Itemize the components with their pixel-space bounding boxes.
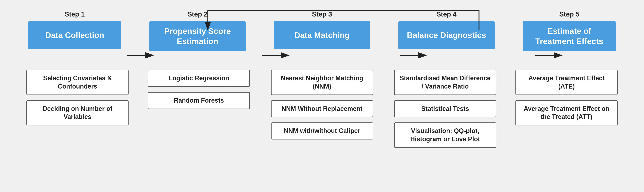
step2-column: Step 2 Propensity Score Estimation — [149, 10, 246, 51]
step3-sub-list: Nearest Neighbor Matching (NNM) NNM With… — [271, 70, 373, 139]
step5-sub-list: Average Treatment Effect (ATE) Average T… — [516, 70, 618, 125]
step2-sub-list: Logistic Regression Random Forests — [148, 70, 250, 109]
step3-label: Step 3 — [312, 10, 332, 18]
arrow-1-2 — [121, 10, 149, 22]
step1-column: Step 1 Data Collection — [28, 10, 121, 49]
step3-box: Data Matching — [274, 21, 370, 49]
arrow-2-3 — [246, 10, 274, 22]
steps-flow: Step 1 Data Collection Step 2 Propensity… — [14, 10, 630, 51]
diagram-container: Step 1 Data Collection Step 2 Propensity… — [0, 0, 644, 192]
step2-box: Propensity Score Estimation — [149, 21, 246, 51]
step4-sub-list: Standardised Mean Difference / Variance … — [394, 70, 496, 148]
step4-sub-item-2: Visualisation: QQ-plot, Histogram or Lov… — [394, 122, 496, 148]
sub-items-row: Selecting Covariates & Confounders Decid… — [14, 60, 630, 148]
step2-label: Step 2 — [188, 10, 208, 18]
step3-sub-items: Nearest Neighbor Matching (NNM) NNM With… — [271, 60, 373, 139]
step3-sub-item-2: NNM with/without Caliper — [271, 122, 373, 139]
step4-box: Balance Diagnostics — [398, 21, 495, 49]
step1-box: Data Collection — [28, 21, 121, 49]
step5-label: Step 5 — [559, 10, 579, 18]
step2-sub-item-1: Random Forests — [148, 92, 250, 109]
step2-sub-items: Logistic Regression Random Forests — [148, 60, 250, 109]
step5-sub-item-1: Average Treatment Effect on the Treated … — [516, 100, 618, 126]
step5-sub-items: Average Treatment Effect (ATE) Average T… — [517, 60, 616, 125]
step3-sub-item-0: Nearest Neighbor Matching (NNM) — [271, 70, 373, 95]
arrow-3-4 — [370, 10, 398, 22]
step3-column: Step 3 Data Matching — [274, 10, 370, 49]
step1-sub-items: Selecting Covariates & Confounders Decid… — [28, 60, 127, 125]
step5-sub-item-0: Average Treatment Effect (ATE) — [516, 70, 618, 95]
step5-column: Step 5 Estimate of Treatment Effects — [523, 10, 616, 51]
arrow-4-5 — [495, 10, 523, 22]
step4-label: Step 4 — [436, 10, 456, 18]
step5-box: Estimate of Treatment Effects — [523, 21, 616, 51]
step3-sub-item-1: NNM Without Replacement — [271, 100, 373, 117]
step4-column: Step 4 Balance Diagnostics — [398, 10, 495, 49]
step1-label: Step 1 — [65, 10, 85, 18]
step4-sub-item-1: Statistical Tests — [394, 100, 496, 117]
step1-sub-item-1: Deciding on Number of Variables — [26, 100, 128, 126]
step1-sub-item-0: Selecting Covariates & Confounders — [26, 70, 128, 95]
step1-sub-list: Selecting Covariates & Confounders Decid… — [26, 70, 128, 125]
step2-sub-item-0: Logistic Regression — [148, 70, 250, 87]
step4-sub-item-0: Standardised Mean Difference / Variance … — [394, 70, 496, 95]
step4-sub-items: Standardised Mean Difference / Variance … — [394, 60, 496, 148]
